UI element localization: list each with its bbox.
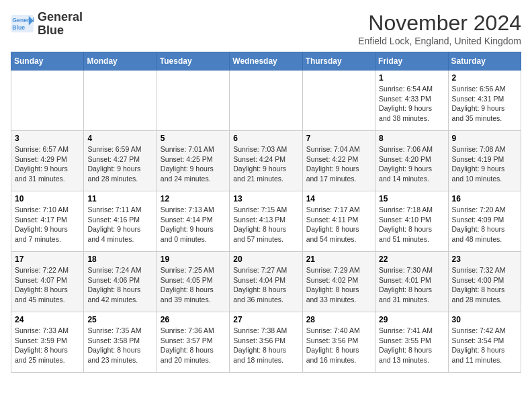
day-number: 6 — [233, 134, 298, 143]
weekday-header: Saturday — [448, 52, 521, 71]
calendar-cell: 3Sunrise: 6:57 AM Sunset: 4:29 PM Daylig… — [11, 131, 84, 191]
calendar-cell: 24Sunrise: 7:33 AM Sunset: 3:59 PM Dayli… — [11, 312, 84, 373]
calendar-cell: 11Sunrise: 7:11 AM Sunset: 4:16 PM Dayli… — [84, 191, 157, 252]
day-number: 5 — [161, 134, 226, 143]
day-info: Sunrise: 6:54 AM Sunset: 4:33 PM Dayligh… — [379, 84, 444, 124]
calendar-cell: 7Sunrise: 7:04 AM Sunset: 4:22 PM Daylig… — [302, 131, 375, 191]
day-number: 21 — [306, 255, 371, 264]
calendar-cell — [84, 71, 157, 131]
calendar-cell: 14Sunrise: 7:17 AM Sunset: 4:11 PM Dayli… — [302, 191, 375, 252]
day-info: Sunrise: 7:32 AM Sunset: 4:00 PM Dayligh… — [452, 265, 517, 305]
calendar-cell — [230, 71, 302, 131]
calendar-cell: 25Sunrise: 7:35 AM Sunset: 3:58 PM Dayli… — [84, 312, 157, 373]
day-info: Sunrise: 7:01 AM Sunset: 4:25 PM Dayligh… — [161, 144, 226, 184]
calendar-cell: 8Sunrise: 7:06 AM Sunset: 4:20 PM Daylig… — [375, 131, 448, 191]
calendar-cell: 1Sunrise: 6:54 AM Sunset: 4:33 PM Daylig… — [375, 71, 448, 131]
day-number: 14 — [306, 194, 371, 203]
calendar-cell: 12Sunrise: 7:13 AM Sunset: 4:14 PM Dayli… — [157, 191, 229, 252]
day-info: Sunrise: 7:24 AM Sunset: 4:06 PM Dayligh… — [87, 265, 152, 305]
day-number: 9 — [452, 134, 517, 143]
day-info: Sunrise: 7:30 AM Sunset: 4:01 PM Dayligh… — [379, 265, 444, 305]
calendar-table: SundayMondayTuesdayWednesdayThursdayFrid… — [11, 52, 521, 373]
day-number: 26 — [161, 315, 226, 324]
logo-icon: General Blue — [11, 15, 35, 34]
day-number: 19 — [161, 255, 226, 264]
day-number: 28 — [306, 315, 371, 324]
title-block: November 2024 Enfield Lock, England, Uni… — [358, 11, 521, 46]
day-number: 27 — [233, 315, 298, 324]
calendar-week-row: 3Sunrise: 6:57 AM Sunset: 4:29 PM Daylig… — [11, 131, 521, 191]
calendar-cell: 2Sunrise: 6:56 AM Sunset: 4:31 PM Daylig… — [448, 71, 521, 131]
day-info: Sunrise: 7:41 AM Sunset: 3:55 PM Dayligh… — [379, 326, 444, 365]
day-info: Sunrise: 6:57 AM Sunset: 4:29 PM Dayligh… — [15, 144, 80, 184]
month-title: November 2024 — [358, 11, 521, 36]
day-info: Sunrise: 7:42 AM Sunset: 3:54 PM Dayligh… — [452, 326, 517, 365]
weekday-header: Sunday — [11, 52, 84, 71]
day-number: 29 — [379, 315, 444, 324]
calendar-cell: 28Sunrise: 7:40 AM Sunset: 3:56 PM Dayli… — [302, 312, 375, 373]
calendar-cell — [11, 71, 84, 131]
calendar-cell — [302, 71, 375, 131]
calendar-cell: 18Sunrise: 7:24 AM Sunset: 4:06 PM Dayli… — [84, 252, 157, 312]
day-info: Sunrise: 6:56 AM Sunset: 4:31 PM Dayligh… — [452, 84, 517, 124]
day-info: Sunrise: 7:27 AM Sunset: 4:04 PM Dayligh… — [233, 265, 298, 305]
calendar-cell: 5Sunrise: 7:01 AM Sunset: 4:25 PM Daylig… — [157, 131, 229, 191]
day-info: Sunrise: 7:38 AM Sunset: 3:56 PM Dayligh… — [233, 326, 298, 365]
day-info: Sunrise: 7:18 AM Sunset: 4:10 PM Dayligh… — [379, 205, 444, 244]
calendar-cell: 21Sunrise: 7:29 AM Sunset: 4:02 PM Dayli… — [302, 252, 375, 312]
day-number: 13 — [233, 194, 298, 203]
day-info: Sunrise: 7:33 AM Sunset: 3:59 PM Dayligh… — [15, 326, 80, 365]
calendar-cell: 23Sunrise: 7:32 AM Sunset: 4:00 PM Dayli… — [448, 252, 521, 312]
weekday-header: Monday — [84, 52, 157, 71]
calendar-cell: 27Sunrise: 7:38 AM Sunset: 3:56 PM Dayli… — [230, 312, 302, 373]
day-info: Sunrise: 7:03 AM Sunset: 4:24 PM Dayligh… — [233, 144, 298, 184]
day-info: Sunrise: 7:17 AM Sunset: 4:11 PM Dayligh… — [306, 205, 371, 244]
day-info: Sunrise: 7:36 AM Sunset: 3:57 PM Dayligh… — [161, 326, 226, 365]
calendar-cell: 30Sunrise: 7:42 AM Sunset: 3:54 PM Dayli… — [448, 312, 521, 373]
day-info: Sunrise: 7:08 AM Sunset: 4:19 PM Dayligh… — [452, 144, 517, 184]
calendar-cell: 29Sunrise: 7:41 AM Sunset: 3:55 PM Dayli… — [375, 312, 448, 373]
calendar-cell: 13Sunrise: 7:15 AM Sunset: 4:13 PM Dayli… — [230, 191, 302, 252]
day-info: Sunrise: 7:04 AM Sunset: 4:22 PM Dayligh… — [306, 144, 371, 184]
calendar-cell: 10Sunrise: 7:10 AM Sunset: 4:17 PM Dayli… — [11, 191, 84, 252]
day-info: Sunrise: 7:25 AM Sunset: 4:05 PM Dayligh… — [161, 265, 226, 305]
day-info: Sunrise: 7:11 AM Sunset: 4:16 PM Dayligh… — [87, 205, 152, 244]
calendar-cell: 6Sunrise: 7:03 AM Sunset: 4:24 PM Daylig… — [230, 131, 302, 191]
calendar-week-row: 10Sunrise: 7:10 AM Sunset: 4:17 PM Dayli… — [11, 191, 521, 252]
location: Enfield Lock, England, United Kingdom — [358, 36, 521, 46]
day-number: 12 — [161, 194, 226, 203]
logo-text-line1: General — [38, 11, 83, 24]
day-number: 17 — [15, 255, 80, 264]
day-number: 30 — [452, 315, 517, 324]
svg-text:Blue: Blue — [12, 24, 25, 31]
calendar-cell: 17Sunrise: 7:22 AM Sunset: 4:07 PM Dayli… — [11, 252, 84, 312]
calendar-week-row: 24Sunrise: 7:33 AM Sunset: 3:59 PM Dayli… — [11, 312, 521, 373]
day-number: 8 — [379, 134, 444, 143]
day-number: 23 — [452, 255, 517, 264]
calendar-cell: 4Sunrise: 6:59 AM Sunset: 4:27 PM Daylig… — [84, 131, 157, 191]
day-number: 24 — [15, 315, 80, 324]
day-number: 3 — [15, 134, 80, 143]
day-number: 16 — [452, 194, 517, 203]
day-number: 2 — [452, 73, 517, 83]
calendar-cell: 9Sunrise: 7:08 AM Sunset: 4:19 PM Daylig… — [448, 131, 521, 191]
day-info: Sunrise: 7:20 AM Sunset: 4:09 PM Dayligh… — [452, 205, 517, 244]
day-info: Sunrise: 7:10 AM Sunset: 4:17 PM Dayligh… — [15, 205, 80, 244]
calendar-header-row: SundayMondayTuesdayWednesdayThursdayFrid… — [11, 52, 521, 71]
page-header: General Blue General Blue November 2024 … — [11, 11, 521, 46]
day-number: 1 — [379, 73, 444, 83]
day-info: Sunrise: 7:15 AM Sunset: 4:13 PM Dayligh… — [233, 205, 298, 244]
calendar-cell: 26Sunrise: 7:36 AM Sunset: 3:57 PM Dayli… — [157, 312, 229, 373]
day-info: Sunrise: 7:06 AM Sunset: 4:20 PM Dayligh… — [379, 144, 444, 184]
weekday-header: Thursday — [302, 52, 375, 71]
day-number: 11 — [87, 194, 152, 203]
day-info: Sunrise: 7:13 AM Sunset: 4:14 PM Dayligh… — [161, 205, 226, 244]
calendar-week-row: 1Sunrise: 6:54 AM Sunset: 4:33 PM Daylig… — [11, 71, 521, 131]
calendar-week-row: 17Sunrise: 7:22 AM Sunset: 4:07 PM Dayli… — [11, 252, 521, 312]
weekday-header: Tuesday — [157, 52, 229, 71]
weekday-header: Wednesday — [230, 52, 302, 71]
day-number: 4 — [87, 134, 152, 143]
logo-text-line2: Blue — [38, 24, 83, 38]
weekday-header: Friday — [375, 52, 448, 71]
calendar-cell: 20Sunrise: 7:27 AM Sunset: 4:04 PM Dayli… — [230, 252, 302, 312]
